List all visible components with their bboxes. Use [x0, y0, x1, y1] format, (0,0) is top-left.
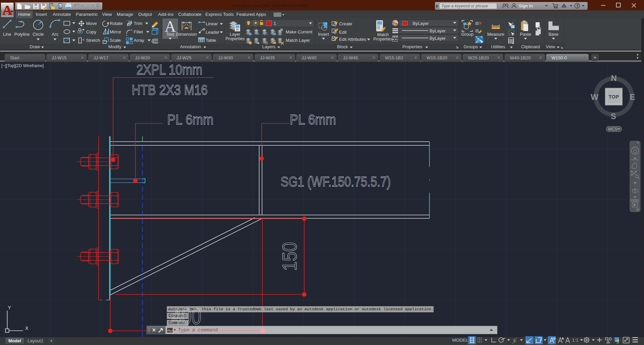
svg-text:TOP: TOP: [609, 94, 619, 99]
svg-text:Measure: Measure: [487, 32, 505, 37]
svg-text:Create: Create: [339, 21, 352, 26]
svg-text:Stretch: Stretch: [86, 38, 100, 43]
svg-text:Rotate: Rotate: [110, 21, 123, 26]
svg-text:HTB 2X3 M16: HTB 2X3 M16: [132, 82, 208, 98]
svg-text:Match Layer: Match Layer: [286, 38, 310, 43]
svg-text:Paste: Paste: [520, 32, 531, 37]
svg-text:Utilities: Utilities: [491, 44, 505, 49]
svg-text:SG1 (WF.150.75.5.7): SG1 (WF.150.75.5.7): [281, 173, 391, 190]
svg-text:1:1: 1:1: [572, 338, 578, 343]
svg-text:Linear: Linear: [206, 21, 218, 26]
svg-text:Dimension: Dimension: [176, 32, 197, 37]
svg-text:Clipboard: Clipboard: [521, 44, 540, 49]
svg-text:MODEL: MODEL: [452, 338, 469, 343]
svg-text:W: W: [591, 92, 598, 102]
svg-text:Copy: Copy: [86, 29, 97, 34]
svg-text:Text: Text: [166, 32, 174, 37]
svg-text:Properties: Properties: [226, 36, 245, 41]
svg-text:400: 400: [172, 304, 201, 327]
svg-text:Annotation: Annotation: [180, 44, 201, 49]
svg-text:Leader: Leader: [206, 30, 220, 35]
svg-text:Move: Move: [86, 21, 97, 26]
svg-text:150: 150: [278, 242, 301, 271]
svg-text:Edit: Edit: [339, 30, 347, 35]
svg-text:Trim: Trim: [134, 21, 143, 26]
svg-text:View: View: [546, 44, 556, 49]
svg-text:Properties: Properties: [373, 37, 393, 41]
svg-text:Insert: Insert: [318, 32, 329, 37]
svg-text:X: X: [25, 325, 29, 331]
svg-text:N: N: [611, 74, 617, 83]
svg-text:Make Current: Make Current: [286, 29, 312, 34]
svg-text:Draw: Draw: [30, 44, 40, 49]
svg-text:PL 6mm: PL 6mm: [167, 111, 213, 127]
svg-text:WCS: WCS: [608, 127, 617, 132]
svg-text:Arc: Arc: [52, 32, 58, 37]
svg-text:2XPL 10mm: 2XPL 10mm: [136, 61, 202, 78]
svg-text:Mirror: Mirror: [110, 29, 122, 34]
svg-text:Base: Base: [548, 32, 559, 37]
svg-text:S: S: [611, 112, 616, 121]
svg-text:Y: Y: [8, 305, 11, 310]
svg-text:Line: Line: [3, 32, 11, 37]
svg-text:Array: Array: [134, 38, 145, 43]
svg-text:ByLayer: ByLayer: [430, 36, 446, 41]
svg-text:Table: Table: [206, 38, 216, 43]
svg-text:Edit Attributes: Edit Attributes: [339, 37, 366, 42]
svg-text:Block: Block: [337, 44, 348, 49]
svg-text:ByLayer: ByLayer: [413, 21, 429, 26]
svg-text:?: ?: [576, 4, 578, 8]
svg-text:Sign In: Sign In: [519, 3, 533, 8]
svg-text:ByLayer: ByLayer: [430, 28, 446, 33]
svg-text:Circle: Circle: [32, 32, 44, 37]
svg-text:Scale: Scale: [110, 38, 121, 43]
svg-text:Fillet: Fillet: [134, 29, 143, 34]
svg-text:Layers: Layers: [262, 44, 276, 49]
svg-text:E: E: [630, 92, 635, 102]
svg-text:Group: Group: [461, 32, 473, 37]
svg-text:PL 6mm: PL 6mm: [290, 111, 336, 127]
svg-text:Modify: Modify: [108, 44, 122, 49]
svg-text:Polyline: Polyline: [14, 32, 30, 37]
svg-text:Groups: Groups: [464, 44, 478, 49]
svg-text:Properties: Properties: [402, 44, 422, 49]
svg-text:1: 1: [274, 21, 276, 26]
